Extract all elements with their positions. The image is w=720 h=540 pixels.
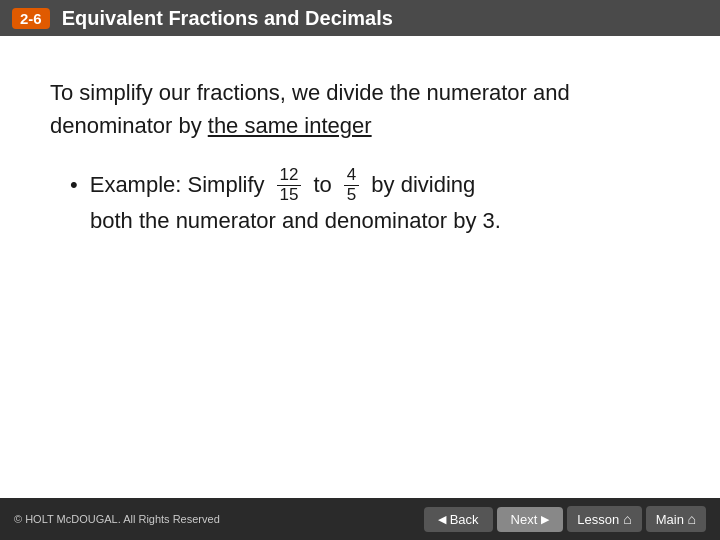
back-label: Back (450, 512, 479, 527)
footer-nav-buttons: ◀ Back Next ▶ Lesson ⌂ Main ⌂ (424, 506, 706, 532)
lesson-label: Lesson (577, 512, 619, 527)
intro-paragraph: To simplify our fractions, we divide the… (50, 76, 670, 142)
lesson-badge: 2-6 (12, 8, 50, 29)
header-title: Equivalent Fractions and Decimals (62, 7, 393, 30)
next-label: Next (511, 512, 538, 527)
example-line: • Example: Simplify 12 15 to 4 5 by divi… (50, 166, 670, 204)
main-label: Main (656, 512, 684, 527)
footer: © HOLT McDOUGAL. All Rights Reserved ◀ B… (0, 498, 720, 540)
main-button[interactable]: Main ⌂ (646, 506, 706, 532)
next-button[interactable]: Next ▶ (497, 507, 564, 532)
bullet-point: • (70, 172, 78, 198)
main-home-icon: ⌂ (688, 511, 696, 527)
fraction-2: 4 5 (344, 166, 359, 204)
fraction-1-denominator: 15 (277, 186, 302, 205)
intro-text-underline: the same integer (208, 113, 372, 138)
fraction-2-denominator: 5 (344, 186, 359, 205)
second-line: both the numerator and denominator by 3. (50, 208, 670, 234)
to-label: to (313, 172, 331, 198)
lesson-home-icon: ⌂ (623, 511, 631, 527)
fraction-1-numerator: 12 (277, 166, 302, 186)
example-label: Example: Simplify (90, 172, 265, 198)
by-dividing-label: by dividing (371, 172, 475, 198)
back-arrow-icon: ◀ (438, 513, 446, 526)
copyright-text: © HOLT McDOUGAL. All Rights Reserved (14, 513, 220, 525)
fraction-2-numerator: 4 (344, 166, 359, 186)
fraction-1: 12 15 (277, 166, 302, 204)
main-content: To simplify our fractions, we divide the… (0, 36, 720, 498)
next-arrow-icon: ▶ (541, 513, 549, 526)
lesson-button[interactable]: Lesson ⌂ (567, 506, 641, 532)
header: 2-6 Equivalent Fractions and Decimals (0, 0, 720, 36)
back-button[interactable]: ◀ Back (424, 507, 493, 532)
